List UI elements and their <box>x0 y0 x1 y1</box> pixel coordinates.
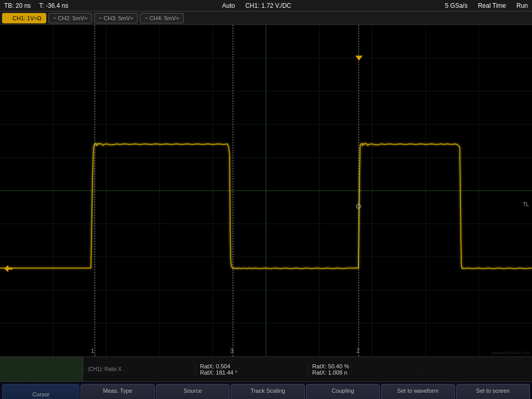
waveform <box>0 25 532 356</box>
source-button[interactable]: Source CH1 <box>156 384 230 400</box>
set-to-waveform-button[interactable]: Set to waveform <box>381 384 455 400</box>
measurement-section: (CH1): Ratio X RatX: 0.504 RatX: 181.44 … <box>83 357 532 381</box>
cursor-line-1[interactable] <box>95 25 95 356</box>
trigger-time-display: T: -36.4 ns <box>39 2 68 9</box>
ch1-label: CH1: 1V≈Ω <box>12 15 42 21</box>
ch1-scale-display: CH1: 1.72 V./DC <box>245 2 291 9</box>
source-label: Source <box>158 388 227 394</box>
bottom-function-bar: Cursor Meas. Type Ratio X Source CH1 Tra… <box>0 381 532 399</box>
tl-label: TL <box>523 202 529 207</box>
meas-type-label: Meas. Type <box>83 388 152 394</box>
set-to-screen-button[interactable]: Set to screen <box>456 384 530 400</box>
cursor-section-button[interactable]: Cursor <box>2 384 79 400</box>
ch3-label: ~ CH3: 5mV≈ <box>99 15 133 21</box>
ratx3-value: RatX: 50.40 % <box>312 363 349 369</box>
coupling-button[interactable]: Coupling <box>306 384 380 400</box>
set-to-screen-label: Set to screen <box>459 388 527 394</box>
cursor-crosshair <box>356 204 361 209</box>
time-mode: Real Time <box>478 2 506 9</box>
cursor-line-2[interactable] <box>358 25 359 356</box>
meas-cell-ratx1: RatX: 0.504 RatX: 181.44 ° <box>195 362 308 377</box>
cursor-section-label: Cursor <box>32 391 49 397</box>
track-scaling-label: Track Scaling <box>233 388 302 394</box>
trigger-marker <box>355 54 363 63</box>
meas-cell-empty <box>420 368 532 370</box>
track-scaling-button[interactable]: Track Scaling <box>231 384 304 400</box>
meas-cell-label: (CH1): Ratio X <box>83 365 195 373</box>
svg-rect-30 <box>8 268 12 270</box>
ch1-button[interactable]: CH1: 1V≈Ω <box>2 13 46 23</box>
set-to-waveform-label: Set to waveform <box>383 388 452 394</box>
ratx1-value: RatX: 0.504 <box>200 363 230 369</box>
oscilloscope-screen: TL 1 3 2 www.elecfans.com <box>0 25 532 356</box>
meas-bar-left <box>0 357 83 381</box>
ratx4-value: RatX: 1.008 n <box>312 369 347 376</box>
measurement-bar: (CH1): Ratio X RatX: 0.504 RatX: 181.44 … <box>0 356 532 381</box>
cursor-number-3: 3 <box>230 348 233 354</box>
svg-marker-29 <box>4 265 8 272</box>
ch2-label: ~ CH2: 5mV≈ <box>53 15 87 21</box>
trigger-mode: Auto <box>222 2 235 9</box>
cursor-line-3[interactable] <box>233 25 233 356</box>
watermark: www.elecfans.com <box>491 350 530 355</box>
ch1-offset-marker <box>4 265 12 273</box>
ch2-button[interactable]: ~ CH2: 5mV≈ <box>48 13 92 23</box>
top-status-bar: TB: 20 ns T: -36.4 ns Auto CH1: 1.72 V./… <box>0 0 532 11</box>
ch4-label: ~ CH4: 5mV≈ <box>144 15 179 21</box>
ratx2-value: RatX: 181.44 ° <box>200 369 237 376</box>
channel-selector-bar: CH1: 1V≈Ω ~ CH2: 5mV≈ ~ CH3: 5mV≈ ~ CH4:… <box>0 11 532 25</box>
meas-type-button[interactable]: Meas. Type Ratio X <box>81 384 154 400</box>
meas-ch-label: (CH1): Ratio X <box>88 366 122 372</box>
run-state: Run <box>516 2 528 9</box>
ch4-button[interactable]: ~ CH4: 5mV≈ <box>140 13 183 23</box>
sample-rate: 5 GSa/s <box>445 2 468 9</box>
cursor-number-2: 2 <box>356 348 360 354</box>
ch1-indicator <box>7 16 11 20</box>
meas-cell-ratx2: RatX: 50.40 % RatX: 1.008 n <box>308 362 420 377</box>
timebase-display: TB: 20 ns <box>4 2 31 9</box>
ch3-button[interactable]: ~ CH3: 5mV≈ <box>94 13 138 23</box>
cursor-number-1: 1 <box>91 348 94 354</box>
coupling-label: Coupling <box>309 388 377 394</box>
